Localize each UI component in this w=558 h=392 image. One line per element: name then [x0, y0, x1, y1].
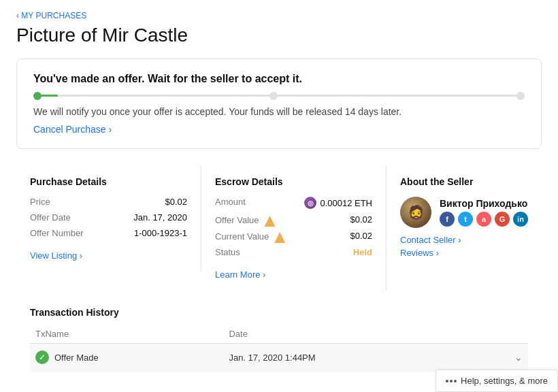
progress-bar: [33, 95, 525, 97]
contact-seller-link[interactable]: Contact Seller ›: [400, 235, 528, 245]
table-row: ✓ Offer Made Jan. 17, 2020 1:44PM ⌄: [30, 344, 528, 372]
current-value-label: Current Value: [215, 231, 285, 242]
offer-value-value: $0.02: [350, 214, 372, 225]
offer-number-label: Offer Number: [30, 228, 84, 238]
breadcrumb[interactable]: MY PURCHASES: [16, 11, 542, 20]
status-value: Held: [353, 247, 372, 257]
current-value-row: Current Value $0.02: [215, 231, 372, 242]
txdate-cell: Jan. 17, 2020 1:44PM: [223, 344, 478, 372]
page-container: MY PURCHASES Picture of Mir Castle You'v…: [0, 0, 558, 382]
seller-info-card: About the Seller 🧔 Виктор Приходько f t …: [387, 165, 542, 272]
escrow-details-card: Escrow Details Amount ◎ 0.00012 ETH Offe…: [201, 165, 387, 291]
tx-table-header: TxName Date: [30, 325, 528, 344]
offer-number-row: Offer Number 1-000-1923-1: [30, 228, 187, 238]
offer-number-value: 1-000-1923-1: [134, 228, 187, 238]
amount-eth: 0.00012 ETH: [320, 198, 372, 208]
price-row: Price $0.02: [30, 197, 187, 207]
chevron-down-icon[interactable]: ⌄: [514, 352, 523, 363]
reviews-link[interactable]: Reviews ›: [400, 248, 528, 258]
view-listing-link[interactable]: View Listing ›: [30, 250, 82, 261]
status-label: Status: [215, 247, 240, 257]
page-title: Picture of Mir Castle: [16, 24, 542, 46]
help-dots-icon: [446, 380, 457, 382]
current-value-warning-icon: [274, 232, 285, 243]
offer-value-row: Offer Value $0.02: [215, 214, 372, 225]
offer-date-row: Offer Date Jan. 17, 2020: [30, 212, 187, 223]
tx-name-label: Offer Made: [54, 353, 99, 363]
twitter-icon[interactable]: t: [458, 212, 473, 227]
help-dot-2: [450, 380, 453, 382]
progress-dot-end: [516, 92, 525, 100]
learn-more-link[interactable]: Learn More ›: [215, 270, 265, 280]
progress-dot-mid: [269, 92, 278, 100]
cancel-purchase-link[interactable]: Cancel Purchase ›: [33, 124, 112, 135]
seller-profile: 🧔 Виктор Приходько f t a G in: [400, 197, 528, 228]
status-row: Status Held: [215, 247, 372, 257]
offer-banner-description: We will notify you once your offer is ac…: [33, 106, 525, 117]
progress-dot-start: [33, 92, 42, 100]
offer-date-value: Jan. 17, 2020: [133, 212, 187, 223]
help-dot-1: [446, 380, 448, 382]
offer-banner-title: You've made an offer. Wait for the selle…: [33, 73, 525, 85]
escrow-details-title: Escrow Details: [215, 176, 372, 187]
check-circle-icon: ✓: [35, 350, 49, 364]
tx-expand-cell[interactable]: ⌄: [478, 344, 528, 372]
offer-date-label: Offer Date: [30, 212, 71, 223]
seller-section-title: About the Seller: [400, 176, 528, 187]
expand-column-header: [478, 325, 528, 344]
txname-cell: ✓ Offer Made: [30, 344, 223, 372]
current-value-value: $0.02: [350, 231, 372, 242]
offer-value-label: Offer Value: [215, 214, 276, 225]
transaction-table: TxName Date ✓ Offer Made Jan. 17, 2020 1…: [30, 325, 528, 372]
price-label: Price: [30, 197, 50, 207]
help-dot-3: [454, 380, 457, 382]
transaction-title: Transaction History: [30, 307, 528, 318]
seller-avatar: 🧔: [400, 197, 431, 228]
amount-row: Amount ◎ 0.00012 ETH: [215, 197, 372, 209]
offer-banner: You've made an offer. Wait for the selle…: [16, 59, 542, 149]
amount-value: ◎ 0.00012 ETH: [304, 197, 372, 209]
transaction-section: Transaction History TxName Date ✓ Offer …: [16, 307, 542, 372]
offer-value-warning-icon: [265, 216, 276, 227]
progress-line: [33, 95, 525, 97]
facebook-icon[interactable]: f: [440, 212, 455, 227]
eth-icon: ◎: [304, 197, 316, 209]
help-bar-label: Help, settings, & more: [461, 376, 548, 386]
purchase-details-title: Purchase Details: [30, 176, 187, 187]
purchase-details-card: Purchase Details Price $0.02 Offer Date …: [16, 165, 201, 272]
google-icon[interactable]: G: [495, 212, 510, 227]
txname-column-header: TxName: [30, 325, 223, 344]
social-icons: f t a G in: [440, 212, 528, 227]
amount-label: Amount: [215, 197, 246, 209]
linkedin-icon[interactable]: in: [513, 212, 528, 227]
airbnb-icon[interactable]: a: [476, 212, 491, 227]
details-row: Purchase Details Price $0.02 Offer Date …: [16, 165, 542, 291]
seller-name: Виктор Приходько: [440, 198, 528, 209]
price-value: $0.02: [165, 197, 187, 207]
tx-table-body: ✓ Offer Made Jan. 17, 2020 1:44PM ⌄: [30, 344, 528, 372]
date-column-header: Date: [223, 325, 478, 344]
help-bar[interactable]: Help, settings, & more: [436, 370, 558, 392]
